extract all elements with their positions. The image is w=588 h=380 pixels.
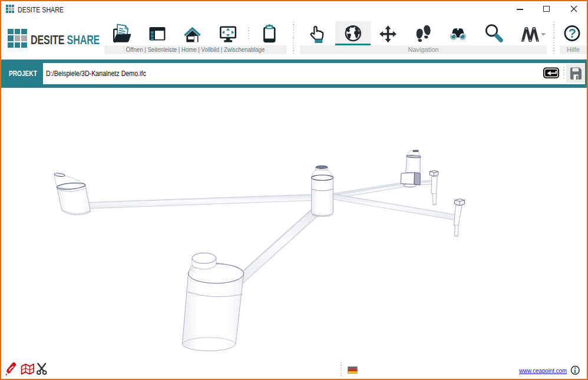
svg-text:?: ? bbox=[569, 27, 576, 41]
